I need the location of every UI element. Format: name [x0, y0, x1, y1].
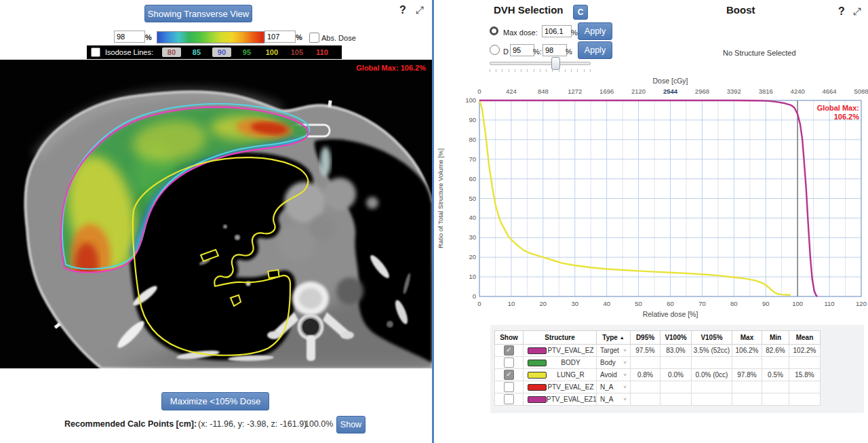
svg-text:4664: 4664 — [823, 88, 837, 95]
isodose-lines-checkbox[interactable] — [91, 47, 100, 57]
svg-text:2968: 2968 — [695, 88, 709, 95]
table-row[interactable]: PTV_EVAL_EZ N_A˅ — [495, 381, 821, 393]
col-v100[interactable]: V100% — [660, 331, 692, 345]
structure-visible-checkbox[interactable]: ✓ — [504, 345, 514, 355]
max-dose-radio[interactable] — [490, 26, 498, 35]
show-calc-points-button[interactable]: Show — [336, 416, 366, 434]
apply-d-metric-button[interactable]: Apply — [578, 41, 612, 59]
structure-visible-checkbox[interactable] — [504, 382, 514, 392]
cell-mean — [789, 381, 821, 393]
ct-viewport[interactable]: Global Max: 106.2% — [0, 60, 432, 368]
d-metric-radio[interactable] — [490, 45, 500, 55]
bright-structure — [320, 147, 331, 176]
table-row[interactable]: PTV_EVAL_EZ1 N_A˅ — [495, 393, 821, 406]
dvh-chart: 0424848127216962120254429683392381642404… — [434, 75, 868, 324]
structure-visible-checkbox[interactable] — [504, 394, 514, 404]
expand-icon[interactable]: ⤢ — [416, 4, 424, 16]
d-metric-label: D — [503, 47, 509, 56]
c-button[interactable]: C — [573, 5, 588, 20]
dose-slider-track[interactable] — [490, 62, 591, 65]
structure-visible-checkbox[interactable] — [504, 358, 514, 368]
col-d95[interactable]: D95% — [631, 331, 660, 345]
svg-text:2120: 2120 — [631, 88, 646, 95]
application-window: Showing Transverse View ? ⤢ % % Abs. Dos… — [0, 0, 868, 443]
svg-text:5088: 5088 — [854, 88, 868, 95]
svg-text:90: 90 — [762, 300, 770, 307]
table-row[interactable]: ✓ PTV_EVAL_EZ Target˅ 97.5% 83.0% 3.5% (… — [495, 345, 821, 357]
help-icon-right[interactable]: ? — [838, 5, 845, 18]
svg-text:0: 0 — [477, 300, 481, 307]
dvh-curve-LUNG_R — [479, 100, 791, 295]
colormap-max-input[interactable] — [264, 31, 296, 43]
svg-text:60: 60 — [667, 300, 674, 307]
structure-visible-checkbox[interactable]: ✓ — [504, 370, 514, 380]
structure-name: LUNG_R — [547, 371, 595, 379]
svg-text:40: 40 — [603, 300, 610, 307]
col-type[interactable]: Type ▲ — [597, 331, 631, 345]
cell-mean: 15.8% — [789, 369, 821, 381]
svg-text:100: 100 — [792, 300, 803, 307]
type-dropdown[interactable]: Body˅ — [598, 359, 629, 366]
dvh-selection-title: DVH Selection — [494, 4, 564, 16]
svg-text:110: 110 — [825, 300, 835, 307]
cell-v100 — [660, 393, 692, 406]
type-dropdown[interactable]: N_A˅ — [598, 383, 629, 391]
type-dropdown[interactable]: Target˅ — [598, 347, 629, 354]
type-dropdown[interactable]: Avoid˅ — [598, 371, 629, 379]
cell-max: 106.2% — [732, 345, 762, 357]
chart-global-max-label: Global Max: — [817, 104, 859, 112]
structure-color-swatch — [528, 372, 547, 379]
svg-text:50: 50 — [635, 300, 642, 307]
chevron-down-icon: ˅ — [623, 347, 627, 353]
isodose-level-105[interactable]: 105 — [288, 47, 307, 57]
svg-text:80: 80 — [730, 300, 738, 307]
col-v105[interactable]: V105% — [692, 331, 732, 345]
no-structure-text: No Structure Selected — [723, 49, 796, 57]
max-dose-input[interactable] — [542, 25, 572, 37]
svg-text:848: 848 — [538, 88, 549, 95]
type-dropdown[interactable]: N_A˅ — [598, 396, 629, 403]
isodose-level-80[interactable]: 80 — [162, 47, 181, 57]
col-mean[interactable]: Mean — [789, 331, 821, 345]
isodose-level-95[interactable]: 95 — [237, 47, 256, 57]
isodose-lines-bar: Isodose Lines: 80859095100105110 — [87, 45, 342, 59]
col-min[interactable]: Min — [762, 331, 789, 345]
d-metric-value-input[interactable] — [510, 44, 534, 56]
structures-table: Show Structure Type ▲ D95% V100% V105% M… — [494, 330, 821, 406]
col-max[interactable]: Max — [732, 331, 762, 345]
isodose-level-100[interactable]: 100 — [262, 47, 281, 57]
svg-text:0: 0 — [473, 292, 476, 300]
apply-max-dose-button[interactable]: Apply — [578, 22, 612, 40]
structure-color-swatch — [528, 360, 547, 366]
help-icon[interactable]: ? — [399, 4, 406, 16]
svg-text:106.2%: 106.2% — [834, 113, 860, 121]
table-row[interactable]: BODY Body˅ — [495, 357, 821, 369]
d-metric-unit: %: — [533, 47, 542, 56]
table-row[interactable]: ✓ LUNG_R Avoid˅ 0.8% 0.0% 0.0% (0cc) 97.… — [495, 369, 821, 381]
cell-max — [732, 393, 762, 406]
cell-mean: 102.2% — [789, 345, 821, 357]
svg-text:0: 0 — [477, 88, 481, 95]
view-toggle-button[interactable]: Showing Transverse View — [144, 5, 252, 22]
isodose-level-90[interactable]: 90 — [212, 47, 231, 57]
colormap-min-input[interactable] — [114, 31, 145, 43]
structure-color-swatch — [528, 384, 547, 391]
expand-icon-right[interactable]: ⤢ — [853, 5, 861, 18]
svg-text:2544: 2544 — [663, 88, 678, 95]
cell-d95: 0.8% — [631, 369, 660, 381]
abs-dose-checkbox[interactable] — [309, 33, 319, 43]
x-axis-label: Relative dose [%] — [643, 310, 698, 318]
d-metric-value2-input[interactable] — [542, 44, 567, 56]
structure-color-swatch — [528, 396, 547, 403]
maximize-dose-button[interactable]: Maximize <105% Dose — [161, 392, 269, 410]
col-show[interactable]: Show — [495, 331, 524, 345]
svg-text:50: 50 — [469, 195, 476, 202]
d-metric-unit2: % — [566, 47, 572, 56]
isodose-level-110[interactable]: 110 — [313, 47, 332, 57]
dose-slider-thumb[interactable] — [551, 57, 560, 70]
chevron-down-icon: ˅ — [623, 360, 627, 366]
col-structure[interactable]: Structure — [524, 331, 597, 345]
sort-ascending-icon: ▲ — [620, 335, 625, 340]
svg-text:1696: 1696 — [599, 88, 614, 95]
isodose-level-85[interactable]: 85 — [187, 47, 206, 57]
